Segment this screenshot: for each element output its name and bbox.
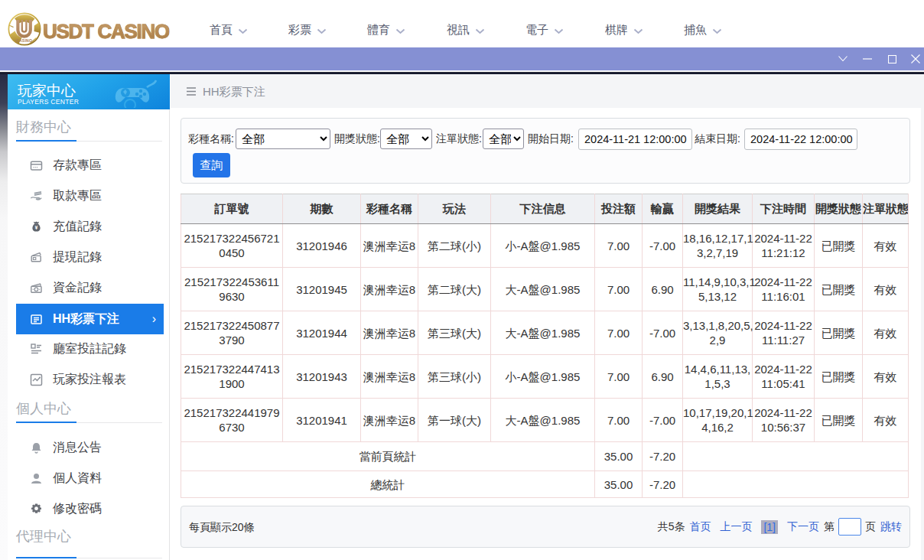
svg-text:CASINO: CASINO — [16, 38, 32, 43]
svg-text:¥: ¥ — [35, 225, 38, 230]
